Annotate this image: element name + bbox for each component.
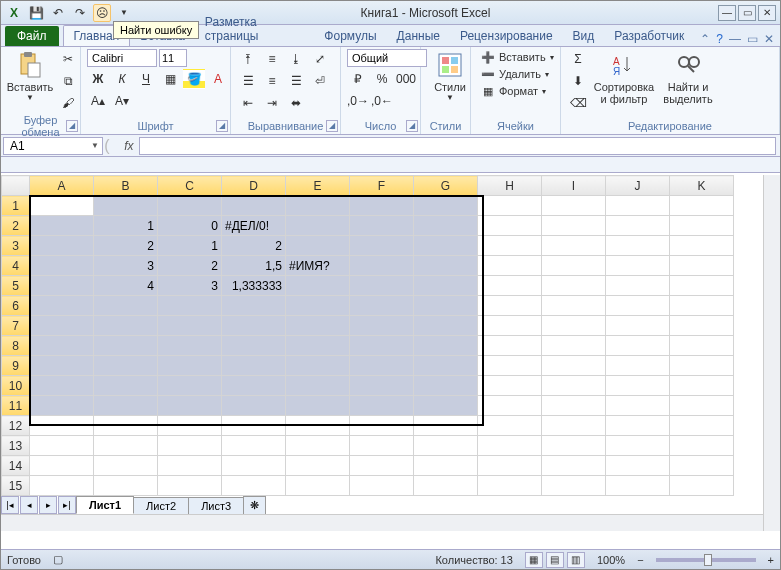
col-header-F[interactable]: F	[350, 176, 414, 196]
cell-F4[interactable]	[350, 256, 414, 276]
border-button[interactable]: ▦	[159, 69, 181, 89]
cell-D5[interactable]: 1,333333	[222, 276, 286, 296]
row-header-3[interactable]: 3	[2, 236, 30, 256]
cell-G2[interactable]	[414, 216, 478, 236]
cell-E9[interactable]	[286, 356, 350, 376]
cell-G6[interactable]	[414, 296, 478, 316]
cell-D2[interactable]: #ДЕЛ/0!	[222, 216, 286, 236]
percent-icon[interactable]: %	[371, 69, 393, 89]
cell-J13[interactable]	[606, 436, 670, 456]
row-header-11[interactable]: 11	[2, 396, 30, 416]
align-middle-icon[interactable]: ≡	[261, 49, 283, 69]
cell-I13[interactable]	[542, 436, 606, 456]
font-size-input[interactable]	[159, 49, 187, 67]
col-header-A[interactable]: A	[30, 176, 94, 196]
cell-E13[interactable]	[286, 436, 350, 456]
cell-H6[interactable]	[478, 296, 542, 316]
cell-C14[interactable]	[158, 456, 222, 476]
sheet-nav-first[interactable]: |◂	[1, 496, 19, 514]
row-header-14[interactable]: 14	[2, 456, 30, 476]
cell-G14[interactable]	[414, 456, 478, 476]
align-top-icon[interactable]: ⭱	[237, 49, 259, 69]
cell-D6[interactable]	[222, 296, 286, 316]
cell-F1[interactable]	[350, 196, 414, 216]
cell-I11[interactable]	[542, 396, 606, 416]
cell-J8[interactable]	[606, 336, 670, 356]
cell-K4[interactable]	[670, 256, 734, 276]
format-cells-button[interactable]: ▦Формат▾	[477, 83, 550, 99]
cell-B2[interactable]: 1	[94, 216, 158, 236]
copy-icon[interactable]: ⧉	[57, 71, 79, 91]
cell-D10[interactable]	[222, 376, 286, 396]
font-name-input[interactable]	[87, 49, 157, 67]
delete-cells-button[interactable]: ➖Удалить▾	[477, 66, 553, 82]
cell-I9[interactable]	[542, 356, 606, 376]
cell-D9[interactable]	[222, 356, 286, 376]
cell-B4[interactable]: 3	[94, 256, 158, 276]
cell-A8[interactable]	[30, 336, 94, 356]
cell-E5[interactable]	[286, 276, 350, 296]
view-normal-button[interactable]: ▦	[525, 552, 543, 568]
cell-D1[interactable]	[222, 196, 286, 216]
cell-A3[interactable]	[30, 236, 94, 256]
row-header-2[interactable]: 2	[2, 216, 30, 236]
cell-K7[interactable]	[670, 316, 734, 336]
cell-E6[interactable]	[286, 296, 350, 316]
row-header-9[interactable]: 9	[2, 356, 30, 376]
decrease-indent-icon[interactable]: ⇤	[237, 93, 259, 113]
sheet-tab-1[interactable]: Лист1	[76, 496, 134, 514]
cell-B9[interactable]	[94, 356, 158, 376]
cell-H9[interactable]	[478, 356, 542, 376]
cell-G1[interactable]	[414, 196, 478, 216]
cell-K14[interactable]	[670, 456, 734, 476]
cell-A7[interactable]	[30, 316, 94, 336]
cell-F8[interactable]	[350, 336, 414, 356]
bold-button[interactable]: Ж	[87, 69, 109, 89]
cell-I5[interactable]	[542, 276, 606, 296]
col-header-H[interactable]: H	[478, 176, 542, 196]
col-header-J[interactable]: J	[606, 176, 670, 196]
cell-F15[interactable]	[350, 476, 414, 496]
cell-B3[interactable]: 2	[94, 236, 158, 256]
tab-layout[interactable]: Разметка страницы	[195, 12, 315, 46]
new-sheet-button[interactable]: ❋	[243, 496, 266, 514]
row-header-7[interactable]: 7	[2, 316, 30, 336]
undo-icon[interactable]: ↶	[49, 4, 67, 22]
cell-G7[interactable]	[414, 316, 478, 336]
cell-A1[interactable]	[30, 196, 94, 216]
cell-J10[interactable]	[606, 376, 670, 396]
underline-button[interactable]: Ч	[135, 69, 157, 89]
cell-H1[interactable]	[478, 196, 542, 216]
cell-K9[interactable]	[670, 356, 734, 376]
cell-I3[interactable]	[542, 236, 606, 256]
cell-B8[interactable]	[94, 336, 158, 356]
cell-C13[interactable]	[158, 436, 222, 456]
cell-D11[interactable]	[222, 396, 286, 416]
cell-K1[interactable]	[670, 196, 734, 216]
cell-C11[interactable]	[158, 396, 222, 416]
sort-filter-button[interactable]: АЯ Сортировка и фильтр	[593, 49, 655, 105]
cell-H14[interactable]	[478, 456, 542, 476]
cell-F6[interactable]	[350, 296, 414, 316]
tab-developer[interactable]: Разработчик	[604, 26, 694, 46]
cell-J12[interactable]	[606, 416, 670, 436]
cell-D3[interactable]: 2	[222, 236, 286, 256]
cell-B7[interactable]	[94, 316, 158, 336]
align-bottom-icon[interactable]: ⭳	[285, 49, 307, 69]
cell-J6[interactable]	[606, 296, 670, 316]
increase-indent-icon[interactable]: ⇥	[261, 93, 283, 113]
cell-I8[interactable]	[542, 336, 606, 356]
cell-F9[interactable]	[350, 356, 414, 376]
cell-K11[interactable]	[670, 396, 734, 416]
cell-E3[interactable]	[286, 236, 350, 256]
cell-A13[interactable]	[30, 436, 94, 456]
cell-E10[interactable]	[286, 376, 350, 396]
view-pagebreak-button[interactable]: ▥	[567, 552, 585, 568]
sheet-tab-2[interactable]: Лист2	[133, 497, 189, 514]
cell-J5[interactable]	[606, 276, 670, 296]
merge-cells-icon[interactable]: ⬌	[285, 93, 307, 113]
cell-K2[interactable]	[670, 216, 734, 236]
font-color-button[interactable]: A	[207, 69, 229, 89]
orientation-icon[interactable]: ⤢	[309, 49, 331, 69]
cell-B1[interactable]	[94, 196, 158, 216]
